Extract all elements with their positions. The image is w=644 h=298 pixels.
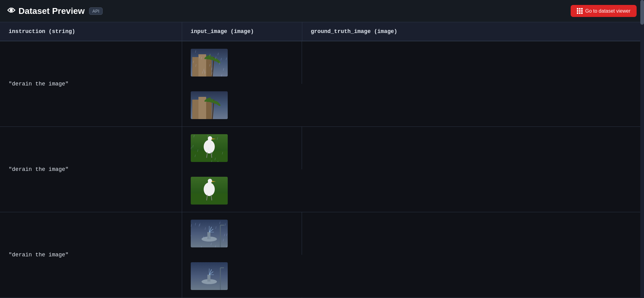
col-header-instruction: instruction (string) — [0, 22, 182, 41]
col-header-ground-truth: ground_truth_image (image) — [302, 22, 644, 41]
input-image-cell — [182, 41, 302, 84]
header: 👁 Dataset Preview API Go to dataset view… — [0, 0, 644, 22]
instruction-cell: "derain the image" — [0, 41, 182, 127]
col-header-input-image: input_image (image) — [182, 22, 302, 41]
go-to-viewer-button[interactable]: Go to dataset viewer — [571, 5, 637, 17]
ground-truth-image-cell — [182, 84, 302, 126]
instruction-text: "derain the image" — [9, 252, 68, 258]
ground-truth-image-cell — [182, 169, 302, 212]
instruction-text: "derain the image" — [9, 166, 68, 172]
viewer-button-label: Go to dataset viewer — [585, 8, 630, 14]
table-row: "derain the image" — [0, 127, 644, 212]
ground-truth-image[interactable] — [191, 91, 228, 119]
ground-truth-image[interactable] — [191, 177, 228, 205]
grid-icon — [577, 8, 583, 14]
input-image[interactable] — [191, 220, 228, 247]
input-image-cell — [182, 212, 302, 255]
instruction-cell: "derain the image" — [0, 212, 182, 298]
input-image-cell — [182, 127, 302, 169]
input-image[interactable] — [191, 49, 228, 77]
ground-truth-image[interactable] — [191, 262, 228, 290]
eye-icon: 👁 — [7, 6, 15, 16]
table-row: "derain the image" — [0, 41, 644, 127]
header-left: 👁 Dataset Preview API — [7, 6, 103, 16]
ground-truth-image-cell — [182, 255, 302, 297]
page-title: 👁 Dataset Preview — [7, 6, 85, 16]
table-header-row: instruction (string) input_image (image)… — [0, 22, 644, 41]
title-text: Dataset Preview — [18, 6, 85, 16]
instruction-cell: "derain the image" — [0, 127, 182, 212]
api-button[interactable]: API — [89, 7, 103, 15]
input-image[interactable] — [191, 134, 228, 162]
scrollbar-thumb[interactable] — [640, 0, 644, 25]
dataset-table: instruction (string) input_image (image)… — [0, 22, 644, 298]
table-row: "derain the image" — [0, 212, 644, 298]
scrollbar-track[interactable] — [640, 0, 644, 298]
instruction-text: "derain the image" — [9, 81, 68, 87]
